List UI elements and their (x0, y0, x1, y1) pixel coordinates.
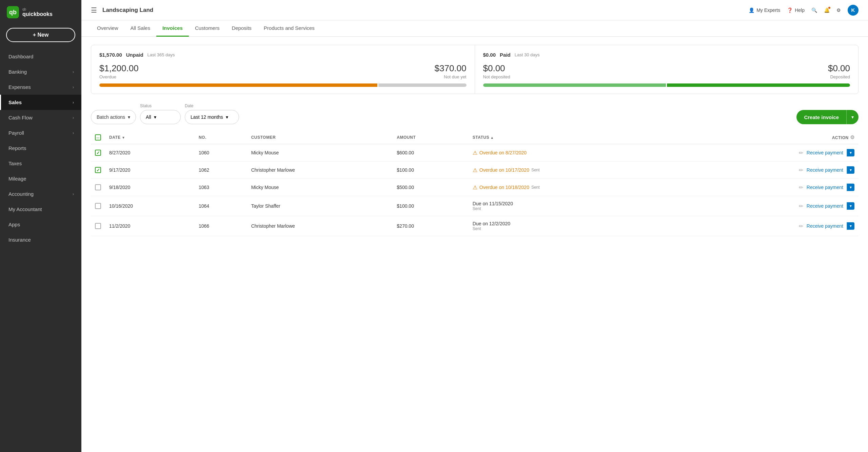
status-filter-label: Status (140, 103, 181, 108)
receive-payment-button[interactable]: Receive payment (807, 203, 843, 209)
row-checkbox[interactable] (95, 150, 101, 156)
sidebar-item-banking[interactable]: Banking › (0, 64, 81, 79)
chevron-right-icon: › (73, 131, 74, 135)
unpaid-progress-bar (99, 83, 467, 87)
sidebar-item-mileage[interactable]: Mileage (0, 171, 81, 186)
receive-payment-button[interactable]: Receive payment (807, 185, 843, 190)
chevron-right-icon: › (73, 70, 74, 74)
due-status: Due on 12/2/2020Sent (473, 221, 675, 231)
search-button[interactable]: 🔍 (811, 7, 817, 13)
topbar: ☰ Landscaping Land 👤 My Experts ❓ Help 🔍… (81, 0, 868, 20)
sidebar-item-accounting[interactable]: Accounting › (0, 186, 81, 202)
table-row: 8/27/20201060Micky Mouse$600.00⚠ Overdue… (91, 144, 859, 162)
receive-payment-button[interactable]: Receive payment (807, 167, 843, 173)
status-filter-select[interactable]: All ▾ (140, 110, 181, 124)
date-filter-select[interactable]: Last 12 months ▾ (185, 110, 239, 124)
sidebar-item-myaccountant[interactable]: My Accountant (0, 202, 81, 217)
row-checkbox[interactable] (95, 203, 101, 209)
tabs-bar: Overview All Sales Invoices Customers De… (81, 20, 868, 37)
logo-area: qb qb quickbooks (0, 0, 81, 24)
overdue-bar (99, 83, 377, 87)
select-all-checkbox[interactable] (95, 134, 101, 140)
hamburger-icon[interactable]: ☰ (91, 6, 97, 14)
column-settings-icon[interactable]: ⚙ (850, 134, 855, 140)
receive-payment-button[interactable]: Receive payment (807, 223, 843, 229)
user-avatar[interactable]: K (848, 5, 859, 16)
cell-date: 9/17/2020 (105, 162, 195, 179)
row-checkbox[interactable] (95, 223, 101, 229)
edit-icon[interactable]: ✏ (799, 150, 803, 156)
status-filter-group: Status All ▾ (140, 103, 181, 124)
action-split-button[interactable]: ▾ (847, 202, 854, 210)
date-filter-label: Date (185, 103, 239, 108)
invoice-table: DATE NO. CUSTOMER AMOUNT STATUS ACTION ⚙… (91, 131, 859, 236)
sidebar-item-taxes[interactable]: Taxes (0, 156, 81, 171)
sidebar-nav: Dashboard Banking › Expenses › Sales › C… (0, 49, 81, 452)
row-checkbox[interactable] (95, 184, 101, 190)
cell-customer: Taylor Shaffer (247, 196, 393, 216)
cell-amount: $100.00 (393, 196, 469, 216)
notifications-button[interactable]: 🔔 (824, 7, 830, 13)
th-customer: CUSTOMER (247, 131, 393, 144)
sidebar-item-reports[interactable]: Reports (0, 140, 81, 156)
sidebar-item-label: Mileage (8, 176, 26, 182)
edit-icon[interactable]: ✏ (799, 223, 803, 229)
tab-allsales[interactable]: All Sales (124, 20, 156, 37)
summary-cards: $1,570.00 Unpaid Last 365 days $1,200.00… (91, 45, 859, 94)
action-split-button[interactable]: ▾ (847, 222, 854, 230)
chevron-down-icon: ▾ (154, 114, 156, 120)
tab-overview[interactable]: Overview (91, 20, 124, 37)
my-experts-button[interactable]: 👤 My Experts (749, 7, 780, 13)
create-invoice-button[interactable]: Create invoice (796, 110, 846, 124)
action-split-button[interactable]: ▾ (847, 149, 854, 156)
tab-customers[interactable]: Customers (189, 20, 226, 37)
edit-icon[interactable]: ✏ (799, 203, 803, 209)
cell-no: 1066 (195, 216, 247, 236)
sidebar-item-cashflow[interactable]: Cash Flow › (0, 110, 81, 125)
table-row: 9/18/20201063Micky Mouse$500.00⚠ Overdue… (91, 179, 859, 196)
warning-icon: ⚠ (473, 184, 477, 191)
sidebar-item-sales[interactable]: Sales › (0, 95, 81, 110)
th-date[interactable]: DATE (105, 131, 195, 144)
sidebar-item-label: Banking (8, 69, 27, 75)
cell-no: 1064 (195, 196, 247, 216)
sidebar-item-apps[interactable]: Apps (0, 217, 81, 232)
paid-label: Paid (500, 52, 511, 58)
batch-actions-button[interactable]: Batch actions ▾ (91, 110, 136, 124)
new-button[interactable]: + New (6, 28, 75, 42)
action-split-button[interactable]: ▾ (847, 166, 854, 174)
chevron-down-icon: ▾ (226, 114, 228, 120)
action-split-button[interactable]: ▾ (847, 184, 854, 191)
sidebar-item-label: Cash Flow (8, 115, 33, 120)
receive-payment-button[interactable]: Receive payment (807, 150, 843, 155)
help-label: Help (795, 7, 805, 13)
th-action: ACTION ⚙ (679, 131, 859, 144)
cell-customer: Micky Mouse (247, 179, 393, 196)
cell-action: ✏Receive payment▾ (679, 162, 859, 179)
paid-period: Last 30 days (515, 52, 540, 57)
notdue-bar (378, 83, 466, 87)
th-status[interactable]: STATUS (469, 131, 679, 144)
cell-no: 1063 (195, 179, 247, 196)
sidebar-item-payroll[interactable]: Payroll › (0, 125, 81, 140)
help-button[interactable]: ❓ Help (787, 7, 805, 13)
sidebar-item-label: Expenses (8, 84, 31, 90)
row-checkbox[interactable] (95, 167, 101, 173)
cell-date: 11/2/2020 (105, 216, 195, 236)
sidebar-item-dashboard[interactable]: Dashboard (0, 49, 81, 64)
cell-customer: Christopher Marlowe (247, 216, 393, 236)
unpaid-card: $1,570.00 Unpaid Last 365 days $1,200.00… (91, 45, 475, 94)
tab-products[interactable]: Products and Services (258, 20, 321, 37)
sidebar-item-insurance[interactable]: Insurance (0, 232, 81, 247)
edit-icon[interactable]: ✏ (799, 167, 803, 173)
create-invoice-split-button[interactable]: ▾ (846, 110, 859, 124)
tab-deposits[interactable]: Deposits (225, 20, 257, 37)
cell-date: 8/27/2020 (105, 144, 195, 162)
edit-icon[interactable]: ✏ (799, 184, 803, 191)
sidebar-item-expenses[interactable]: Expenses › (0, 79, 81, 95)
overdue-status: ⚠ Overdue on 10/18/2020Sent (473, 184, 675, 191)
settings-button[interactable]: ⚙ (836, 7, 841, 13)
sidebar-item-label: Insurance (8, 237, 31, 243)
company-name: Landscaping Land (102, 7, 153, 14)
tab-invoices[interactable]: Invoices (156, 20, 189, 37)
